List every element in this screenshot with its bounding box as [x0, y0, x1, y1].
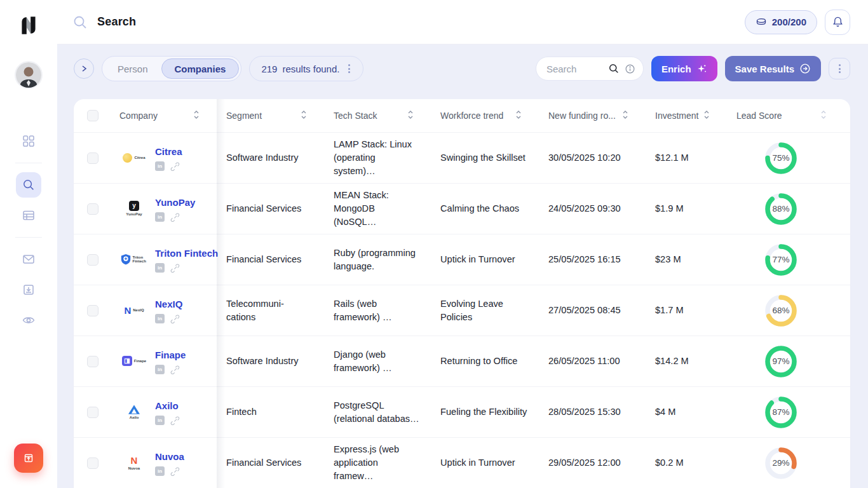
sidebar-item-dashboard[interactable]	[16, 128, 41, 154]
more-actions-button[interactable]	[829, 58, 850, 79]
arrow-right-circle-icon	[799, 63, 811, 74]
company-name-link[interactable]: Triton Fintech	[155, 247, 205, 260]
support-chat-button[interactable]	[14, 444, 43, 473]
results-menu-icon[interactable]	[344, 62, 354, 76]
website-link-icon[interactable]	[170, 314, 180, 323]
credits-badge[interactable]: 200/200	[745, 10, 817, 34]
table-row: ◨Finape Finape in Software Industry Djan…	[74, 336, 850, 386]
sidebar-item-watchlist[interactable]	[16, 308, 41, 333]
segment-cell: Telecommuni-cations	[217, 297, 324, 323]
table-row: Triton Fintech Triton Fintech in Financi…	[74, 234, 850, 285]
company-name-link[interactable]: Finape	[155, 348, 186, 362]
table-row: NNuvoa Nuvoa in Financial Services Expre…	[74, 437, 850, 488]
tab-person[interactable]: Person	[104, 58, 161, 79]
top-header: Search 200/200	[57, 0, 868, 44]
website-link-icon[interactable]	[170, 365, 180, 374]
column-header-funding-round[interactable]: New funding ro...	[539, 110, 646, 121]
lead-score-value: 87%	[763, 395, 799, 430]
lead-score-value: 88%	[763, 191, 799, 227]
collapse-filters-button[interactable]	[74, 58, 94, 79]
search-icon[interactable]	[608, 63, 620, 74]
website-link-icon[interactable]	[170, 263, 180, 273]
linkedin-icon[interactable]: in	[155, 212, 165, 222]
company-logo: Citrea	[119, 153, 149, 163]
company-logo: Axilo	[119, 405, 149, 420]
column-header-company[interactable]: Company	[111, 110, 217, 121]
website-link-icon[interactable]	[170, 212, 180, 222]
lead-score-cell: 97%	[727, 344, 850, 379]
app-logo[interactable]	[17, 14, 40, 37]
sidebar-item-search[interactable]	[16, 172, 41, 198]
website-link-icon[interactable]	[170, 466, 180, 476]
column-header-segment[interactable]: Segment	[217, 110, 324, 121]
row-checkbox[interactable]	[87, 152, 98, 164]
info-icon[interactable]	[625, 64, 635, 74]
row-checkbox[interactable]	[87, 203, 98, 215]
linkedin-icon[interactable]: in	[155, 466, 165, 476]
bell-icon	[832, 16, 844, 28]
company-logo: yYunoPay	[119, 201, 149, 217]
save-results-button[interactable]: Save Results	[725, 56, 821, 81]
column-header-lead-score[interactable]: Lead Score	[727, 110, 850, 121]
linkedin-icon[interactable]: in	[155, 161, 165, 171]
chevron-right-icon	[79, 64, 88, 73]
column-header-workforce-trend[interactable]: Workforce trend	[431, 110, 539, 121]
tech-stack-cell: Ruby (programming language.	[324, 247, 431, 273]
workforce-trend-cell: Fueling the Flexibility	[431, 405, 539, 419]
sidebar-item-lists[interactable]	[16, 203, 41, 228]
sidebar-item-imports[interactable]	[16, 277, 41, 302]
lead-score-donut: 87%	[763, 395, 799, 430]
website-link-icon[interactable]	[170, 161, 180, 171]
column-header-tech-stack[interactable]: Tech Stack	[324, 110, 431, 121]
company-cell: NNuvoa Nuvoa in	[111, 450, 217, 476]
linkedin-icon[interactable]: in	[155, 365, 165, 374]
content-area: Person Companies 219 results found.	[57, 44, 868, 488]
table-list-icon	[22, 209, 35, 222]
workforce-trend-cell: Uptick in Turnover	[431, 456, 539, 470]
funding-round-cell: 26/05/2025 11:00	[539, 355, 646, 368]
select-all-checkbox[interactable]	[87, 110, 98, 121]
company-cell: Triton Fintech Triton Fintech in	[111, 247, 217, 273]
sort-icon	[621, 110, 629, 121]
sort-icon	[703, 110, 710, 121]
row-checkbox[interactable]	[87, 458, 98, 469]
funding-round-cell: 27/05/2025 08:45	[539, 304, 646, 317]
tech-stack-cell: Rails (web framework) …	[324, 297, 431, 323]
company-name-link[interactable]: YunoPay	[155, 196, 195, 209]
lead-score-donut: 97%	[763, 344, 799, 379]
company-cell: NNexIQ NexIQ in	[111, 297, 217, 323]
row-checkbox[interactable]	[87, 356, 98, 367]
linkedin-icon[interactable]: in	[155, 314, 165, 323]
notifications-button[interactable]	[825, 10, 850, 35]
row-checkbox[interactable]	[87, 407, 98, 418]
tab-companies[interactable]: Companies	[161, 58, 240, 79]
sidebar-item-mail[interactable]	[16, 247, 41, 272]
company-name-link[interactable]: Citrea	[155, 145, 182, 158]
enrich-button[interactable]: Enrich	[651, 56, 717, 81]
linkedin-icon[interactable]: in	[155, 263, 165, 273]
search-icon	[22, 179, 35, 191]
company-name-link[interactable]: NexIQ	[155, 297, 182, 311]
table-search	[536, 57, 644, 81]
sort-icon	[820, 110, 827, 121]
linkedin-icon[interactable]: in	[155, 416, 165, 425]
sidebar-divider	[15, 163, 42, 163]
results-toolbar: Person Companies 219 results found.	[74, 56, 850, 81]
table-search-input[interactable]	[546, 64, 603, 74]
column-header-investment[interactable]: Investment	[646, 110, 727, 121]
results-table: Company Segment Tech Stack Workforce tre…	[74, 99, 850, 488]
tech-stack-cell: Django (web framework) …	[324, 348, 431, 374]
table-header-row: Company Segment Tech Stack Workforce tre…	[74, 99, 850, 132]
tech-stack-cell: LAMP Stack: Linux (operating system)…	[324, 138, 431, 177]
dashboard-grid-icon	[22, 135, 35, 147]
company-logo: NNuvoa	[119, 456, 149, 471]
row-checkbox[interactable]	[87, 305, 98, 316]
website-link-icon[interactable]	[170, 416, 180, 425]
row-checkbox[interactable]	[87, 254, 98, 266]
funding-round-cell: 29/05/2025 12:00	[539, 456, 646, 470]
company-name-link[interactable]: Nuvoa	[155, 450, 184, 463]
company-name-link[interactable]: Axilo	[155, 399, 180, 412]
tech-stack-cell: PostgreSQL (relational databas…	[324, 399, 431, 425]
lead-score-cell: 29%	[727, 445, 850, 481]
user-avatar[interactable]	[15, 61, 43, 89]
